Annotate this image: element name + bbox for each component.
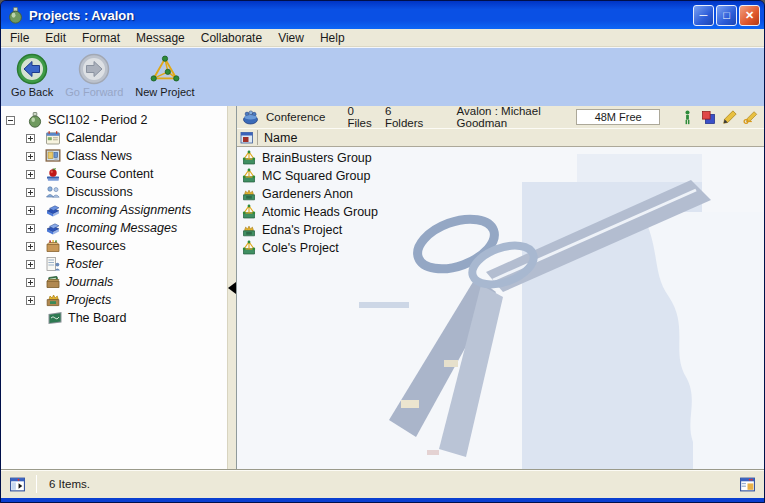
go-forward-icon: [78, 53, 110, 85]
expand-expander[interactable]: [26, 296, 35, 305]
menu-format[interactable]: Format: [74, 29, 128, 47]
project-group-icon: [241, 204, 257, 220]
tree-item-label: Journals: [66, 275, 113, 289]
list-item-coles-project[interactable]: Cole's Project: [237, 239, 764, 257]
conference-panel: Conference 0 Files 6 Folders Avalon : Mi…: [237, 106, 764, 469]
window-bottom-border: [1, 498, 764, 502]
tree-item-label: Projects: [66, 293, 111, 307]
conference-icon: [242, 110, 259, 125]
edit-key-icon[interactable]: [743, 110, 758, 125]
toolbar: Go Back Go Forward New Project: [1, 47, 764, 106]
expand-expander[interactable]: [26, 170, 35, 179]
journals-icon: [45, 274, 61, 290]
folder-list-area: BrainBusters Group MC Squared Group: [237, 147, 764, 469]
tree-item-class-news[interactable]: Class News: [1, 147, 227, 165]
incoming-messages-icon: [45, 220, 61, 236]
sort-view-icon: [240, 131, 254, 145]
menu-view[interactable]: View: [270, 29, 312, 47]
statusbar: 6 Items.: [1, 469, 764, 498]
tree-item-course-content[interactable]: Course Content: [1, 165, 227, 183]
list-item-ednas-project[interactable]: Edna's Project: [237, 221, 764, 239]
tree-item-journals[interactable]: Journals: [1, 273, 227, 291]
go-back-icon: [16, 53, 48, 85]
list-item-label: Gardeners Anon: [262, 187, 353, 201]
conference-label: Conference: [266, 111, 325, 123]
tree-item-incoming-messages[interactable]: Incoming Messages: [1, 219, 227, 237]
list-item-gardeners-anon[interactable]: Gardeners Anon: [237, 185, 764, 203]
go-forward-button[interactable]: Go Forward: [61, 52, 127, 99]
list-item-label: MC Squared Group: [262, 169, 370, 183]
tree-item-the-board[interactable]: The Board: [1, 309, 227, 327]
tree-item-label: Roster: [66, 257, 103, 271]
expand-expander[interactable]: [26, 206, 35, 215]
list-item-atomic-heads[interactable]: Atomic Heads Group: [237, 203, 764, 221]
roster-icon: [45, 256, 61, 272]
expand-expander[interactable]: [26, 260, 35, 269]
collapse-expander[interactable]: [6, 116, 15, 125]
app-window: Projects : Avalon ─ □ ✕ File Edit Format…: [0, 0, 765, 503]
tree-item-label: Class News: [66, 149, 132, 163]
collapse-panel-arrow-icon[interactable]: [228, 282, 236, 294]
minimize-button[interactable]: ─: [693, 5, 714, 26]
toggle-detail-panel-icon[interactable]: [739, 476, 756, 493]
window-title: Projects : Avalon: [29, 8, 691, 23]
list-item-label: Cole's Project: [262, 241, 339, 255]
toggle-tree-panel-icon[interactable]: [9, 476, 26, 493]
incoming-assignments-icon: [45, 202, 61, 218]
folders-count: 6 Folders: [385, 105, 427, 129]
tree-item-incoming-assignments[interactable]: Incoming Assignments: [1, 201, 227, 219]
class-news-icon: [45, 148, 61, 164]
tree-item-roster[interactable]: Roster: [1, 255, 227, 273]
menu-file[interactable]: File: [1, 29, 37, 47]
flask-icon: [27, 112, 43, 128]
conference-info-bar: Conference 0 Files 6 Folders Avalon : Mi…: [237, 106, 764, 128]
project-box-icon: [241, 222, 257, 238]
menu-collaborate[interactable]: Collaborate: [193, 29, 270, 47]
header-separator: [257, 130, 258, 145]
tree-item-projects[interactable]: Projects: [1, 291, 227, 309]
account-label: Avalon : Michael Goodman: [457, 105, 577, 129]
tree-item-calendar[interactable]: Calendar: [1, 129, 227, 147]
list-item-mc-squared[interactable]: MC Squared Group: [237, 167, 764, 185]
list-item-brainbusters[interactable]: BrainBusters Group: [237, 149, 764, 167]
folder-list: BrainBusters Group MC Squared Group: [237, 147, 764, 257]
menu-message[interactable]: Message: [128, 29, 193, 47]
name-column-header[interactable]: Name: [237, 128, 764, 147]
menu-edit[interactable]: Edit: [37, 29, 74, 47]
list-item-label: Atomic Heads Group: [262, 205, 378, 219]
flask-icon: [7, 7, 24, 24]
close-button[interactable]: ✕: [739, 5, 760, 26]
expand-expander[interactable]: [26, 224, 35, 233]
course-content-icon: [45, 166, 61, 182]
items-count: 6 Items.: [49, 478, 90, 490]
project-group-icon: [241, 150, 257, 166]
project-group-icon: [241, 240, 257, 256]
expand-expander[interactable]: [26, 278, 35, 287]
new-project-button[interactable]: New Project: [131, 52, 198, 99]
member-icon[interactable]: [680, 110, 695, 125]
expand-expander[interactable]: [26, 242, 35, 251]
project-box-icon: [241, 186, 257, 202]
expand-expander[interactable]: [26, 152, 35, 161]
list-item-label: Edna's Project: [262, 223, 342, 237]
tree-root-sci102[interactable]: SCI102 - Period 2: [1, 111, 227, 129]
pencil-icon[interactable]: [722, 110, 737, 125]
conference-actions: [674, 110, 758, 125]
expand-expander[interactable]: [26, 188, 35, 197]
go-back-label: Go Back: [11, 86, 53, 98]
project-group-icon: [241, 168, 257, 184]
panel-splitter[interactable]: [227, 106, 237, 469]
free-space-indicator: 48M Free: [576, 109, 660, 125]
new-project-label: New Project: [135, 86, 194, 98]
tree-item-resources[interactable]: Resources: [1, 237, 227, 255]
tree-item-discussions[interactable]: Discussions: [1, 183, 227, 201]
go-forward-label: Go Forward: [65, 86, 123, 98]
menu-help[interactable]: Help: [312, 29, 353, 47]
tree-item-label: Course Content: [66, 167, 154, 181]
maximize-button[interactable]: □: [716, 5, 737, 26]
tree-item-label: The Board: [68, 311, 126, 325]
expand-expander[interactable]: [26, 134, 35, 143]
name-column-label: Name: [264, 131, 297, 145]
layers-icon[interactable]: [701, 110, 716, 125]
go-back-button[interactable]: Go Back: [7, 52, 57, 99]
